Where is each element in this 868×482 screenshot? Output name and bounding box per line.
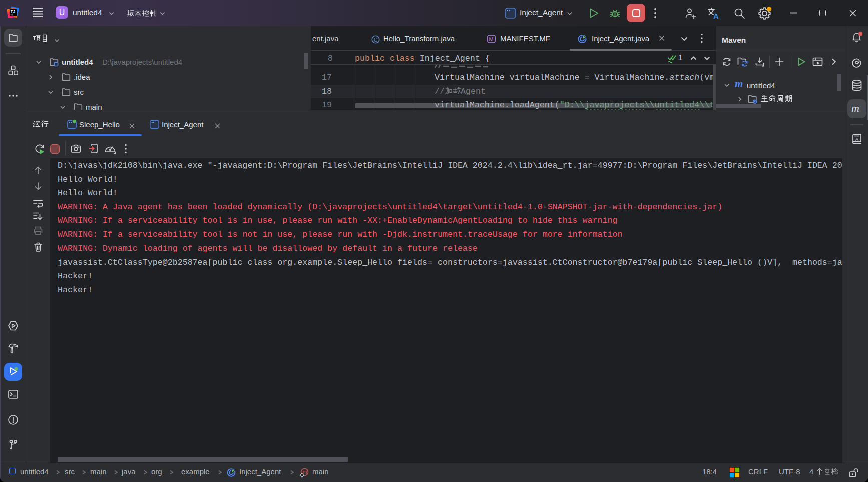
svg-text:A: A [855,137,858,142]
svg-text:IJ: IJ [10,10,15,15]
svg-text:m: m [303,469,307,475]
svg-text:C: C [374,37,378,43]
svg-text:M: M [489,36,494,42]
svg-text:A: A [713,12,719,20]
